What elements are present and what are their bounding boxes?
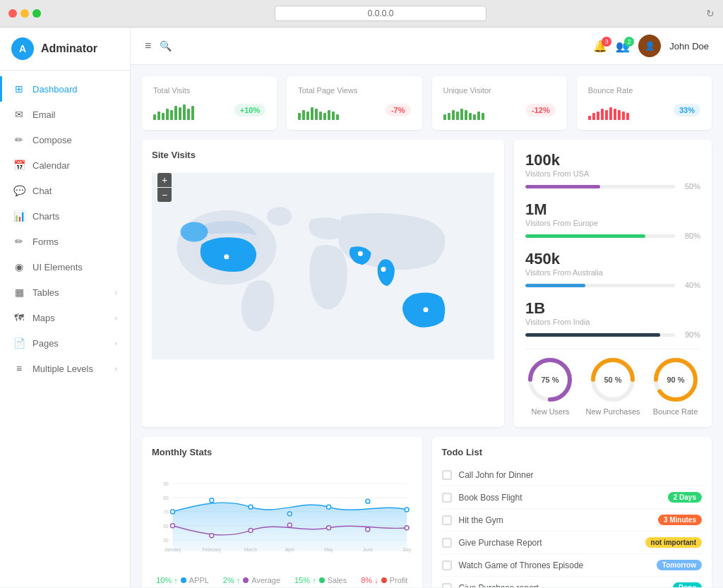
todo-checkbox-4[interactable] (442, 560, 452, 570)
donut-item-2: 90 % Bounce Rate (651, 355, 700, 416)
chart-legend: 10% ↑ APPL 2% ↑ Average 15% ↑ Sales 8% ↓… (152, 576, 412, 584)
todo-checkbox-3[interactable] (442, 538, 452, 548)
sidebar-item-forms[interactable]: ✏ Forms (0, 229, 130, 254)
stat-card-title-1: Total Page Views (298, 86, 410, 95)
visitor-value-0: 100k (525, 151, 700, 169)
svg-text:April: April (285, 547, 295, 553)
stat-bars-2 (443, 100, 484, 120)
progress-row-2: 40% (525, 281, 700, 289)
sidebar-item-dashboard[interactable]: ⊞ Dashboard (0, 76, 130, 102)
line-chart: 90 80 70 60 50 (152, 464, 412, 570)
nav-icon-multiple-levels: ≡ (13, 363, 25, 374)
nav-label-chat: Chat (32, 186, 52, 196)
nav-label-email: Email (32, 109, 56, 120)
content-area: Total Visits +10% Total Page Views -7% U… (131, 65, 723, 587)
stat-bar (332, 112, 335, 120)
map-zoom-out[interactable]: − (157, 188, 172, 202)
donuts-row: 75 % New Users 50 % New Purchases 90 % B… (525, 349, 700, 416)
avatar[interactable]: 👤 (638, 35, 661, 57)
donut-svg-2: 90 % (651, 355, 700, 404)
stat-bar (183, 104, 186, 120)
close-dot[interactable] (8, 9, 17, 18)
stat-bar (473, 114, 476, 120)
sidebar-item-email[interactable]: ✉ Email (0, 102, 130, 127)
svg-point-36 (210, 534, 214, 538)
svg-text:80: 80 (163, 496, 169, 500)
svg-point-3 (428, 241, 443, 251)
visitor-label-0: Visitors From USA (525, 169, 700, 178)
middle-row: Site Visits + − (142, 140, 712, 427)
svg-text:May: May (324, 547, 333, 553)
svg-point-35 (171, 524, 175, 528)
sidebar-item-maps[interactable]: 🗺 Maps › (0, 305, 130, 330)
maximize-dot[interactable] (32, 9, 41, 18)
stat-card-body-2: -12% (443, 100, 556, 120)
sidebar-item-ui-elements[interactable]: ◉ UI Elements (0, 254, 130, 280)
stat-bar (477, 112, 480, 120)
url-bar[interactable]: 0.0.0.0 (275, 6, 486, 21)
sidebar-item-compose[interactable]: ✏ Compose (0, 127, 130, 152)
svg-point-4 (223, 253, 229, 260)
todo-tag-4: Tomorrow (657, 560, 702, 570)
todo-tag-2: 3 Minutes (658, 515, 702, 525)
user-name: John Doe (669, 41, 709, 52)
todo-checkbox-2[interactable] (442, 515, 452, 525)
sidebar-item-chat[interactable]: 💬 Chat (0, 178, 130, 203)
stat-card-body-3: 33% (588, 100, 700, 120)
logo-icon: A (11, 37, 34, 60)
sidebar-item-pages[interactable]: 📄 Pages › (0, 330, 130, 356)
notification-button[interactable]: 🔔 3 (593, 40, 607, 53)
search-icon[interactable]: 🔍 (160, 40, 172, 52)
visitor-stat-2: 450k Visitors From Australia 40% (525, 250, 700, 289)
sidebar-item-tables[interactable]: ▦ Tables › (0, 280, 130, 305)
svg-point-41 (405, 526, 409, 530)
todo-item-5: Give Purchase report Done (442, 577, 703, 587)
progress-bg-3 (525, 333, 675, 337)
map-zoom-in[interactable]: + (157, 173, 172, 187)
todo-checkbox-5[interactable] (442, 583, 452, 588)
stat-bar (614, 109, 616, 120)
stat-card-1: Total Page Views -7% (287, 76, 422, 130)
browser-dots (8, 9, 41, 18)
nav-icon-calendar: 📅 (13, 160, 25, 171)
stat-card-2: Unique Visitor -12% (432, 76, 567, 130)
svg-text:March: March (244, 547, 258, 552)
todo-checkbox-0[interactable] (442, 470, 452, 480)
refresh-button[interactable]: ↻ (706, 8, 715, 19)
stat-card-body-1: -7% (298, 100, 410, 120)
menu-icon[interactable]: ≡ (145, 40, 151, 52)
message-button[interactable]: 👥 2 (616, 40, 630, 53)
site-visits-card: Site Visits + − (142, 140, 504, 427)
nav-label-compose: Compose (32, 135, 72, 145)
nav-icon-pages: 📄 (13, 337, 25, 349)
sidebar-item-charts[interactable]: 📊 Charts (0, 203, 130, 229)
progress-fill-2 (525, 284, 585, 287)
svg-text:50 %: 50 % (604, 376, 621, 384)
stat-bar (315, 109, 318, 120)
stat-badge-2: -12% (526, 104, 556, 116)
svg-text:June: June (363, 547, 374, 552)
sidebar-item-calendar[interactable]: 📅 Calendar (0, 152, 130, 178)
legend-label-0: APPL (189, 576, 209, 584)
svg-text:July: July (402, 547, 411, 553)
todo-title: Todo List (442, 447, 703, 457)
minimize-dot[interactable] (20, 9, 29, 18)
stat-bar (469, 113, 472, 120)
visitor-label-3: Visitors From India (525, 318, 700, 326)
nav-arrow-pages: › (115, 340, 117, 347)
todo-checkbox-1[interactable] (442, 493, 452, 503)
sidebar-item-multiple-levels[interactable]: ≡ Multiple Levels › (0, 356, 130, 381)
svg-text:70: 70 (163, 510, 169, 515)
bottom-row: Monthly Stats 90 80 70 (142, 437, 712, 587)
stat-bar (170, 110, 173, 120)
stat-bar (187, 109, 190, 120)
nav-label-forms: Forms (32, 236, 59, 247)
nav-icon-forms: ✏ (13, 236, 25, 247)
sidebar-nav: ⊞ Dashboard ✉ Email ✏ Compose 📅 Calendar… (0, 71, 130, 587)
svg-point-37 (249, 528, 253, 532)
stat-bar (319, 112, 322, 120)
donut-label-0: New Users (532, 407, 570, 416)
donut-svg-0: 75 % (525, 355, 575, 404)
progress-fill-1 (525, 234, 645, 238)
visitor-value-3: 1B (525, 299, 700, 318)
